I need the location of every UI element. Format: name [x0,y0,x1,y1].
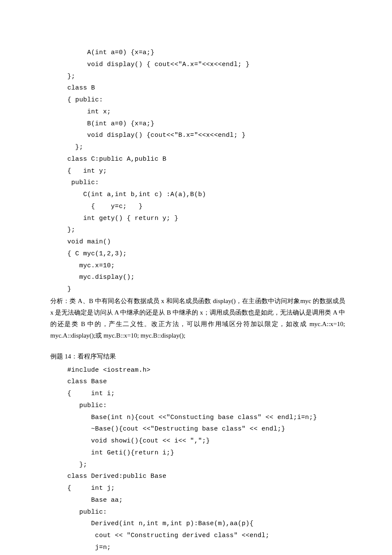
analysis-paragraph: 分析：类 A、B 中有同名公有数据成员 x 和同名成员函数 display()，… [50,295,345,341]
code-block-example-14: #include <iostream.h> class Base { int i… [67,364,345,555]
example-14-heading: 例题 14：看程序写结果 [50,351,345,363]
code-block-example-13: A(int a=0) {x=a;} void display() { cout<… [67,47,345,295]
